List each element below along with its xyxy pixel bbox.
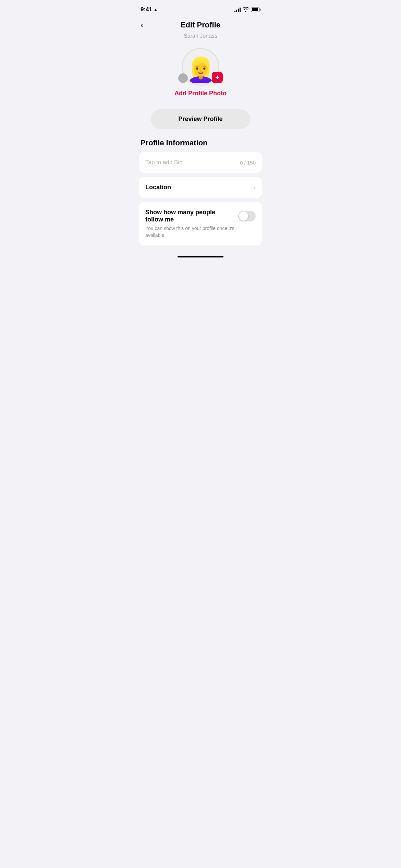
page-title: Edit Profile	[181, 21, 220, 29]
time-display: 9:41	[141, 6, 152, 13]
home-indicator	[178, 256, 223, 257]
follow-toggle-label: Show how many people follow me	[145, 209, 238, 223]
location-label: Location	[145, 184, 171, 191]
add-photo-label[interactable]: Add Profile Photo	[174, 90, 227, 97]
toggle-thumb	[239, 212, 248, 221]
add-photo-badge-button[interactable]	[212, 72, 223, 83]
signal-icon	[234, 7, 241, 12]
toggle-row: Show how many people follow me You can s…	[139, 202, 262, 245]
battery-icon	[251, 8, 260, 12]
bio-field[interactable]: Tap to add Bio 0 / 150	[139, 152, 262, 173]
chevron-right-icon: ›	[254, 184, 256, 191]
location-card: Location ›	[139, 177, 262, 198]
status-time: 9:41 ▲	[141, 6, 158, 13]
avatar-emoji: 👱‍♀️	[186, 58, 216, 82]
bio-placeholder: Tap to add Bio	[145, 159, 183, 166]
location-arrow-icon: ▲	[154, 7, 158, 12]
bio-card: Tap to add Bio 0 / 150	[139, 152, 262, 173]
location-row[interactable]: Location ›	[139, 177, 262, 198]
status-icons	[234, 7, 260, 13]
wifi-icon	[243, 7, 249, 13]
avatar-section: 👱‍♀️ Add Profile Photo	[134, 45, 267, 104]
toggle-header: Show how many people follow me	[145, 209, 256, 223]
username-subtitle: Sarah Jonass	[134, 33, 267, 39]
back-button[interactable]: ‹	[141, 20, 143, 30]
profile-info-section-title: Profile Information	[134, 129, 267, 152]
follow-toggle-switch[interactable]	[238, 211, 256, 221]
preview-profile-button[interactable]: Preview Profile	[151, 109, 250, 129]
avatar-dot	[178, 73, 188, 83]
nav-header: ‹ Edit Profile	[134, 17, 267, 32]
bio-counter: 0 / 150	[240, 160, 256, 166]
avatar-container: 👱‍♀️	[178, 48, 223, 86]
follow-toggle-card: Show how many people follow me You can s…	[139, 202, 262, 245]
status-bar: 9:41 ▲	[134, 0, 267, 17]
follow-toggle-description: You can show this on your profile once i…	[145, 225, 256, 239]
